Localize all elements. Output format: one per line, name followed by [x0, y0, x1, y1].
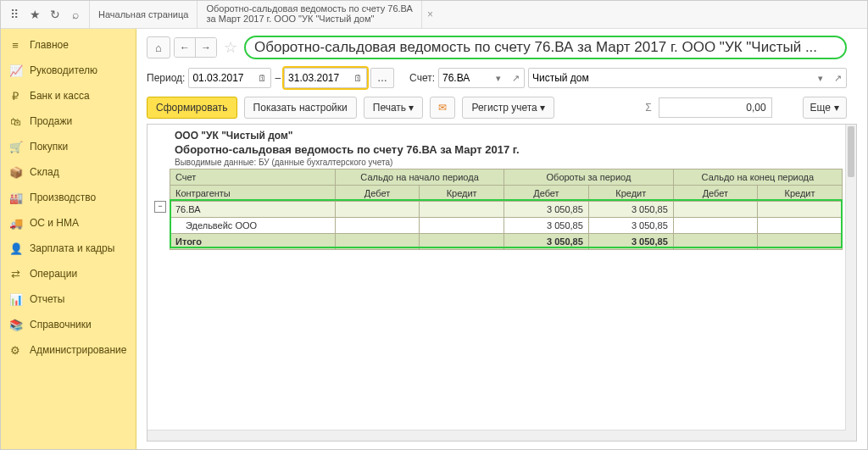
box-icon: 📦 [9, 166, 21, 179]
mail-icon: ✉ [438, 102, 447, 114]
apps-icon[interactable]: ⠿ [4, 4, 25, 25]
calendar-icon[interactable]: 🗓 [253, 69, 270, 86]
print-button[interactable]: Печать ▾ [364, 97, 424, 119]
dropdown-icon[interactable]: ▾ [812, 69, 829, 86]
period-label: Период: [147, 72, 185, 84]
sidebar-item-reports[interactable]: 📊Отчеты [1, 286, 136, 312]
settings-button[interactable]: Показать настройки [244, 97, 357, 119]
org-input[interactable] [529, 72, 812, 84]
swap-icon: ⇄ [9, 268, 21, 281]
sigma-icon: Σ [645, 102, 651, 114]
sidebar-item-manager[interactable]: 📈Руководителю [1, 58, 136, 83]
report-org: ООО "УК "Чистый дом" [151, 128, 843, 143]
star-icon[interactable]: ★ [25, 4, 45, 25]
tree-collapse-icon[interactable]: − [154, 201, 166, 213]
table-row[interactable]: Эдельвейс ООО 3 050,853 050,85 [170, 218, 843, 234]
chart-icon: 📈 [9, 64, 21, 77]
sidebar-item-refs[interactable]: 📚Справочники [1, 312, 136, 337]
org-field[interactable]: ▾ ↗ [528, 68, 847, 88]
barchart-icon: 📊 [9, 293, 21, 306]
tab-close-icon[interactable]: × [427, 8, 433, 20]
sidebar-item-main[interactable]: ≡Главное [1, 32, 136, 58]
sidebar: ≡Главное 📈Руководителю ₽Банк и касса 🛍Пр… [1, 29, 136, 450]
person-icon: 👤 [9, 242, 21, 255]
date-to-field[interactable]: 🗓 [284, 68, 367, 88]
books-icon: 📚 [9, 319, 21, 331]
search-icon[interactable]: ⌕ [65, 4, 86, 25]
factory-icon: 🏭 [9, 192, 21, 204]
date-from-field[interactable]: 🗓 [188, 68, 271, 88]
report-table: Счет Сальдо на начало периода Обороты за… [170, 169, 843, 250]
bag-icon: 🛍 [9, 115, 21, 128]
sidebar-item-purchases[interactable]: 🛒Покупки [1, 134, 136, 159]
cart-icon: 🛒 [9, 141, 21, 153]
forward-button[interactable]: → [195, 38, 216, 57]
sidebar-item-admin[interactable]: ⚙Администрирование [1, 337, 136, 363]
sidebar-item-sales[interactable]: 🛍Продажи [1, 108, 136, 134]
register-button[interactable]: Регистр учета ▾ [462, 97, 554, 119]
sidebar-item-production[interactable]: 🏭Производство [1, 185, 136, 210]
open-icon[interactable]: ↗ [507, 69, 524, 86]
more-button[interactable]: Еще▾ [803, 97, 847, 119]
menu-icon: ≡ [9, 39, 21, 52]
report-subtitle: Выводимые данные: БУ (данные бухгалтерск… [151, 158, 843, 169]
history-icon[interactable]: ↻ [45, 4, 65, 25]
dropdown-icon[interactable]: ▾ [490, 69, 507, 86]
date-dash: – [275, 72, 281, 84]
account-field[interactable]: ▾ ↗ [438, 68, 525, 88]
form-button[interactable]: Сформировать [147, 97, 237, 119]
table-row[interactable]: 76.ВА 3 050,853 050,85 [170, 202, 843, 218]
sidebar-item-operations[interactable]: ⇄Операции [1, 261, 136, 286]
sidebar-item-assets[interactable]: 🚚ОС и НМА [1, 210, 136, 236]
tab-home[interactable]: Начальная страница [90, 0, 198, 31]
chevron-down-icon: ▾ [834, 102, 839, 114]
gear-icon: ⚙ [9, 344, 21, 357]
date-to-input[interactable] [285, 72, 349, 84]
table-total-row: Итого 3 050,853 050,85 [170, 234, 843, 250]
favorite-star-icon[interactable]: ☆ [220, 38, 241, 57]
sum-field: 0,00 [659, 97, 772, 118]
sidebar-item-bank[interactable]: ₽Банк и касса [1, 83, 136, 108]
ruble-icon: ₽ [9, 90, 21, 103]
mail-button[interactable]: ✉ [430, 97, 455, 119]
truck-icon: 🚚 [9, 217, 21, 230]
page-title: Оборотно-сальдовая ведомость по счету 76… [244, 36, 847, 59]
calendar-icon[interactable]: 🗓 [349, 69, 366, 86]
report-title: Оборотно-сальдовая ведомость по счету 76… [151, 143, 843, 158]
back-button[interactable]: ← [175, 38, 195, 57]
open-icon[interactable]: ↗ [829, 69, 846, 86]
report-area: ООО "УК "Чистый дом" Оборотно-сальдовая … [147, 124, 857, 442]
date-from-input[interactable] [189, 72, 253, 84]
account-label: Счет: [409, 72, 435, 84]
vertical-scrollbar[interactable] [845, 125, 856, 441]
account-input[interactable] [439, 72, 490, 84]
tab-report[interactable]: Оборотно-сальдовая ведомость по счету 76… [198, 0, 421, 31]
sidebar-item-stock[interactable]: 📦Склад [1, 159, 136, 185]
horizontal-scrollbar[interactable] [147, 430, 846, 441]
home-button[interactable]: ⌂ [147, 36, 170, 58]
sidebar-item-hr[interactable]: 👤Зарплата и кадры [1, 236, 136, 261]
period-picker-button[interactable]: … [370, 68, 394, 88]
